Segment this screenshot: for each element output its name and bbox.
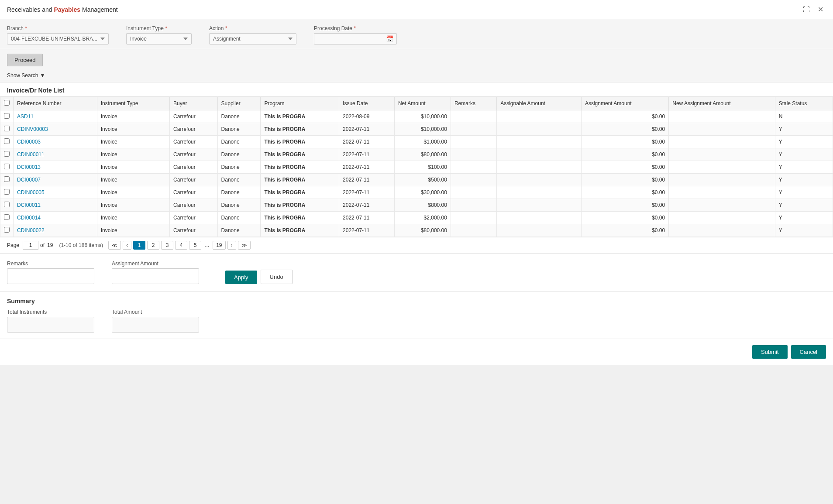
date-input-wrap: Sep 7, 2022 📅 — [314, 33, 397, 45]
ref-link-7[interactable]: DCI00011 — [17, 202, 41, 208]
table-section: Invoice/Dr Note List Reference Number In… — [0, 82, 833, 253]
row-ref-5: DCI00007 — [14, 174, 97, 186]
maximize-button[interactable]: ⛶ — [800, 4, 812, 14]
remarks-input[interactable] — [7, 268, 94, 284]
instrument-type-field: Instrument Type * Invoice — [126, 25, 192, 45]
row-remarks-3 — [451, 148, 496, 161]
page-3-button[interactable]: 3 — [161, 241, 173, 250]
row-issue-date-7: 2022-07-11 — [339, 199, 395, 212]
page-ellipsis: ... — [205, 242, 209, 248]
row-assignment-amt-4: $0.00 — [581, 161, 668, 174]
row-program-4: This is PROGRA — [261, 161, 339, 174]
row-checkbox-5[interactable] — [4, 176, 10, 182]
table-row: CDI00003 Invoice Carrefour Danone This i… — [0, 136, 833, 148]
row-stale-status-5: Y — [775, 174, 833, 186]
assignment-amount-field: Assignment Amount — [112, 261, 199, 284]
prev-page-button[interactable]: ‹ — [123, 241, 131, 250]
row-assignable-7 — [497, 199, 582, 212]
page-1-button[interactable]: 1 — [133, 241, 145, 250]
row-checkbox-7[interactable] — [4, 202, 10, 207]
row-checkbox-2[interactable] — [4, 138, 10, 144]
next-page-button[interactable]: › — [227, 241, 236, 250]
branch-select[interactable]: 004-FLEXCUBE-UNIVERSAL-BRA... — [7, 33, 109, 45]
row-checkbox-1[interactable] — [4, 126, 10, 131]
ref-link-1[interactable]: CDINV00003 — [17, 126, 48, 132]
row-checkbox-8[interactable] — [4, 214, 10, 220]
instrument-type-select[interactable]: Invoice — [126, 33, 192, 45]
total-amount-input — [112, 317, 199, 333]
ref-link-3[interactable]: CDIN00011 — [17, 151, 45, 158]
first-page-button[interactable]: ≪ — [108, 241, 121, 250]
row-supplier-2: Danone — [217, 136, 261, 148]
row-checkbox-4[interactable] — [4, 164, 10, 169]
table-row: DCI00011 Invoice Carrefour Danone This i… — [0, 199, 833, 212]
processing-date-input[interactable]: Sep 7, 2022 — [314, 33, 397, 45]
apply-button[interactable]: Apply — [225, 271, 257, 284]
table-row: CDINV00003 Invoice Carrefour Danone This… — [0, 123, 833, 136]
ref-link-5[interactable]: DCI00007 — [17, 177, 41, 183]
page-4-button[interactable]: 4 — [175, 241, 187, 250]
page-label: Page — [7, 242, 19, 248]
row-instr-type-8: Invoice — [97, 212, 169, 224]
processing-date-field: Processing Date * Sep 7, 2022 📅 — [314, 25, 397, 45]
row-remarks-6 — [451, 186, 496, 199]
ref-link-6[interactable]: CDIN00005 — [17, 189, 45, 195]
page-5-button[interactable]: 5 — [189, 241, 201, 250]
row-assignment-amt-7: $0.00 — [581, 199, 668, 212]
row-new-assignment-7 — [669, 199, 775, 212]
row-program-3: This is PROGRA — [261, 148, 339, 161]
row-checkbox-3[interactable] — [4, 151, 10, 157]
row-new-assignment-1 — [669, 123, 775, 136]
row-buyer-0: Carrefour — [170, 110, 218, 123]
proceed-button[interactable]: Proceed — [7, 54, 43, 66]
row-checkbox-6[interactable] — [4, 189, 10, 195]
row-supplier-8: Danone — [217, 212, 261, 224]
action-field: Action * Assignment — [209, 25, 296, 45]
undo-button[interactable]: Undo — [261, 270, 293, 284]
summary-row: Total Instruments Total Amount — [7, 309, 826, 333]
row-instr-type-5: Invoice — [97, 174, 169, 186]
ref-link-4[interactable]: DCI00013 — [17, 164, 41, 170]
row-net-amount-0: $10,000.00 — [394, 110, 451, 123]
row-new-assignment-3 — [669, 148, 775, 161]
row-assignable-9 — [497, 224, 582, 237]
row-checkbox-9[interactable] — [4, 227, 10, 233]
row-checkbox-0[interactable] — [4, 113, 10, 119]
cancel-button[interactable]: Cancel — [791, 345, 826, 359]
calendar-icon[interactable]: 📅 — [386, 35, 393, 42]
assignment-amount-input[interactable] — [112, 268, 199, 284]
last-page-button[interactable]: ≫ — [238, 241, 251, 250]
row-remarks-4 — [451, 161, 496, 174]
branch-label: Branch * — [7, 25, 109, 31]
row-buyer-6: Carrefour — [170, 186, 218, 199]
col-instrument-type: Instrument Type — [97, 97, 169, 110]
page-2-button[interactable]: 2 — [147, 241, 159, 250]
row-remarks-1 — [451, 123, 496, 136]
row-buyer-4: Carrefour — [170, 161, 218, 174]
submit-button[interactable]: Submit — [752, 345, 787, 359]
ref-link-8[interactable]: CDI00014 — [17, 215, 41, 221]
search-toggle[interactable]: Show Search ▼ — [0, 71, 833, 82]
ref-link-0[interactable]: ASD11 — [17, 113, 34, 120]
select-all-checkbox[interactable] — [4, 100, 10, 106]
action-buttons: Apply Undo — [225, 270, 293, 284]
row-issue-date-0: 2022-08-09 — [339, 110, 395, 123]
action-select[interactable]: Assignment — [209, 33, 296, 45]
ref-link-2[interactable]: CDI00003 — [17, 139, 41, 145]
ref-link-9[interactable]: CDIN00022 — [17, 227, 45, 233]
close-button[interactable]: ✕ — [815, 4, 826, 14]
table-row: DCI00007 Invoice Carrefour Danone This i… — [0, 174, 833, 186]
row-program-9: This is PROGRA — [261, 224, 339, 237]
of-label: of — [40, 242, 45, 248]
row-remarks-8 — [451, 212, 496, 224]
row-instr-type-2: Invoice — [97, 136, 169, 148]
table-row: CDIN00011 Invoice Carrefour Danone This … — [0, 148, 833, 161]
col-assignable-amount: Assignable Amount — [497, 97, 582, 110]
table-row: CDIN00022 Invoice Carrefour Danone This … — [0, 224, 833, 237]
page-last-button[interactable]: 19 — [213, 241, 225, 250]
row-checkbox-cell — [0, 174, 14, 186]
page-input[interactable] — [23, 241, 38, 250]
row-instr-type-9: Invoice — [97, 224, 169, 237]
row-issue-date-1: 2022-07-11 — [339, 123, 395, 136]
row-issue-date-4: 2022-07-11 — [339, 161, 395, 174]
